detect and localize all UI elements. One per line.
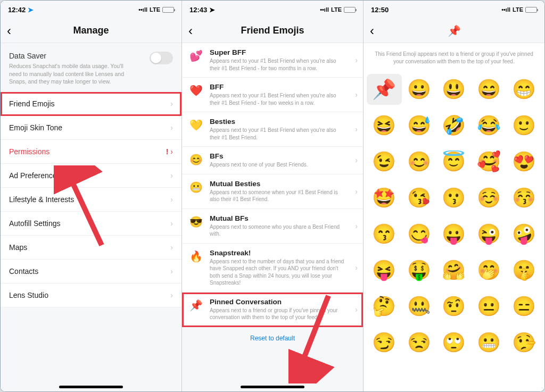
item-emoji-skin-tone[interactable]: Emoji Skin Tone ›	[1, 116, 181, 140]
emoji-option[interactable]: ☺️	[472, 182, 507, 213]
emoji-option[interactable]: 😝	[367, 255, 402, 286]
data-saver-section: Data Saver Reduces Snapchat's mobile dat…	[1, 43, 181, 92]
network-label: LTE	[513, 6, 523, 13]
emoji-option[interactable]: 😘	[402, 182, 437, 213]
signal-icon: ••ıll	[320, 6, 329, 13]
item-label: Contacts	[9, 267, 38, 276]
back-button[interactable]: ‹	[370, 19, 374, 43]
emoji-option[interactable]: 😙	[367, 219, 402, 249]
emoji-option[interactable]: 🥰	[472, 146, 507, 177]
friend-emojis-content: 💕 Super BFFAppears next to your #1 Best …	[182, 43, 363, 391]
status-time: 12:50	[371, 6, 389, 14]
item-bfs[interactable]: 😊 BFsAppears next to one of your Best Fr…	[182, 147, 363, 174]
emoji-option[interactable]: 😁	[506, 74, 541, 105]
battery-icon	[344, 7, 356, 13]
emoji-option[interactable]: 😬	[472, 327, 507, 358]
emoji-option[interactable]: 🤑	[402, 255, 437, 286]
item-lifestyle-interests[interactable]: Lifestyle & Interests ›	[1, 188, 181, 212]
home-indicator	[59, 386, 123, 388]
emoji-option[interactable]: 😛	[436, 219, 472, 249]
chevron-right-icon: ›	[355, 125, 358, 134]
chevron-right-icon: ›	[355, 156, 358, 164]
emoji-option[interactable]: 😒	[402, 327, 437, 358]
emoji-option[interactable]: 🙄	[436, 327, 472, 358]
item-title: Mutual Besties	[210, 180, 346, 188]
item-mutual-bfs[interactable]: 😎 Mutual BFsAppears next to someone who …	[182, 209, 363, 244]
item-contacts[interactable]: Contacts ›	[1, 260, 181, 283]
item-title: Snapstreak!	[210, 249, 346, 257]
emoji-option[interactable]: 😗	[436, 182, 472, 213]
item-super-bff[interactable]: 💕 Super BFFAppears next to your #1 Best …	[182, 43, 363, 78]
item-mutual-besties[interactable]: 😬 Mutual BestiesAppears next to someone …	[182, 174, 363, 209]
emoji-option[interactable]: 🤪	[506, 219, 541, 249]
item-snapstreak[interactable]: 🔥 Snapstreak!Appears next to the number …	[182, 244, 363, 293]
item-desc: Appears next to your #1 Best Friend when…	[210, 57, 346, 72]
emoji-option[interactable]: 😋	[402, 219, 437, 249]
status-time: 12:42	[8, 6, 26, 14]
emoji-option[interactable]: 🤐	[402, 291, 437, 322]
chevron-right-icon: ›	[355, 90, 358, 99]
screen-friend-emojis: 12:43 ➤ ••ıll LTE ‹ Friend Emojis 💕 Supe…	[182, 1, 364, 391]
emoji-option[interactable]: 🙂	[506, 110, 541, 141]
reset-to-default[interactable]: Reset to default	[182, 327, 363, 349]
emoji-option[interactable]: 😜	[472, 219, 507, 249]
item-besties[interactable]: 💛 BestiesAppears next to your #1 Best Fr…	[182, 112, 363, 147]
emoji-option[interactable]: 🤭	[472, 255, 507, 286]
item-permissions[interactable]: Permissions !›	[1, 140, 181, 164]
emoji-icon: 💕	[188, 49, 203, 62]
emoji-option[interactable]: 🤨	[436, 291, 472, 322]
emoji-icon: 🔥	[188, 250, 203, 263]
item-bff[interactable]: ❤️ BFFAppears next to your #1 Best Frien…	[182, 78, 363, 112]
signal-icon: ••ıll	[501, 6, 510, 13]
emoji-option[interactable]: 😂	[472, 110, 507, 141]
item-friend-emojis[interactable]: Friend Emojis ›	[1, 92, 181, 116]
item-autofill-settings[interactable]: Autofill Settings ›	[1, 212, 181, 236]
emoji-option[interactable]: 😇	[436, 146, 472, 177]
chevron-right-icon: ›	[355, 187, 358, 196]
emoji-option[interactable]: 😃	[436, 74, 472, 105]
item-lens-studio[interactable]: Lens Studio ›	[1, 283, 181, 307]
emoji-option[interactable]: 🤗	[436, 255, 472, 286]
emoji-option[interactable]: 😉	[367, 146, 402, 177]
emoji-option[interactable]: 🤥	[506, 327, 541, 358]
emoji-icon: 😊	[188, 153, 203, 166]
chevron-right-icon: ›	[170, 219, 173, 228]
emoji-grid: 📌😀😃😄😁😆😅🤣😂🙂😉😊😇🥰😍🤩😘😗☺️😚😙😋😛😜🤪😝🤑🤗🤭🤫🤔🤐🤨😐😑😏😒🙄😬…	[364, 74, 544, 363]
emoji-option[interactable]: 😏	[367, 327, 402, 358]
item-desc: Appears next to the number of days that …	[210, 258, 346, 287]
network-label: LTE	[150, 6, 160, 13]
item-ad-preferences[interactable]: Ad Preferences ›	[1, 164, 181, 188]
emoji-option[interactable]: 😚	[506, 182, 541, 213]
item-maps[interactable]: Maps ›	[1, 236, 181, 260]
emoji-option[interactable]: 🤔	[367, 291, 402, 322]
item-label: Maps	[9, 243, 27, 252]
emoji-option[interactable]: 😍	[506, 146, 541, 177]
emoji-icon: ❤️	[188, 84, 203, 97]
emoji-option[interactable]: 📌	[367, 74, 402, 105]
emoji-option[interactable]: 😊	[402, 146, 437, 177]
chevron-right-icon: ›	[170, 147, 173, 156]
picker-description: This Friend Emoji appears next to a frie…	[364, 43, 544, 74]
emoji-option[interactable]: 😄	[472, 74, 507, 105]
item-pinned-conversation[interactable]: 📌 Pinned ConversationAppears next to a f…	[182, 293, 363, 327]
emoji-option[interactable]: 😅	[402, 110, 437, 141]
location-icon: ➤	[28, 6, 34, 14]
back-button[interactable]: ‹	[7, 19, 11, 43]
item-label: Permissions	[9, 147, 49, 156]
item-desc: Appears next to someone who you share a …	[210, 223, 346, 238]
emoji-option[interactable]: 🤩	[367, 182, 402, 213]
emoji-option[interactable]: 🤫	[506, 255, 541, 286]
emoji-option[interactable]: 😑	[506, 291, 541, 322]
page-title-emoji: 📌	[448, 24, 461, 37]
manage-list: Friend Emojis › Emoji Skin Tone › Permis…	[1, 92, 181, 307]
warning-icon: !	[166, 147, 169, 156]
status-bar: 12:50 ••ıll LTE	[364, 1, 544, 19]
emoji-option[interactable]: 😐	[472, 291, 507, 322]
page-title: Manage	[73, 25, 109, 36]
emoji-option[interactable]: 😆	[367, 110, 402, 141]
emoji-option[interactable]: 🤣	[436, 110, 472, 141]
emoji-option[interactable]: 😀	[402, 74, 437, 105]
page-title: Friend Emojis	[241, 25, 304, 36]
back-button[interactable]: ‹	[188, 19, 193, 43]
data-saver-toggle[interactable]	[150, 52, 173, 64]
